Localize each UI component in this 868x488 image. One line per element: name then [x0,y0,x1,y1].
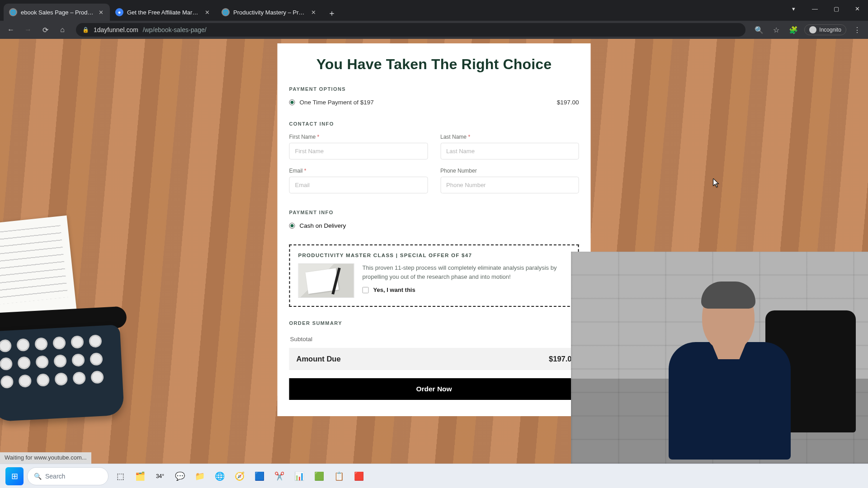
maximize-icon[interactable]: ▢ [826,0,847,17]
payment-info-heading: PAYMENT INFO [289,210,579,215]
radio-icon [289,99,295,105]
window-close-icon[interactable]: ✕ [847,0,868,17]
task-view-icon[interactable]: ⬚ [112,468,128,484]
notes-icon[interactable]: 📋 [331,468,347,484]
chrome-icon[interactable]: 🌐 [212,468,228,484]
close-icon[interactable]: ✕ [310,9,317,16]
incognito-badge[interactable]: Incognito [804,24,846,35]
minimize-icon[interactable]: ― [804,0,826,17]
site-icon: ● [115,8,123,16]
url-path: /wp/ebook-sales-page/ [143,26,207,33]
page-title: You Have Taken The Right Choice [289,56,579,73]
camtasia-icon[interactable]: 🟥 [351,468,367,484]
offer-checkbox[interactable]: Yes, I want this [363,286,570,293]
menu-icon[interactable]: ⋮ [851,23,863,36]
phone-input[interactable] [440,177,579,193]
decorative-typewriter [0,238,145,427]
skype-icon[interactable]: 🟦 [251,468,268,484]
last-name-input[interactable] [440,143,579,160]
payment-options-heading: PAYMENT OPTIONS [289,86,579,92]
lock-icon: 🔒 [82,27,89,33]
reload-button[interactable]: ⟳ [39,23,52,36]
first-name-label: First Name * [289,134,428,140]
close-icon[interactable]: ✕ [203,9,211,16]
amount-due-label: Amount Due [297,355,341,363]
offer-thumbnail [298,263,354,298]
phone-label: Phone Number [440,168,579,174]
weather-icon[interactable]: 34° [152,468,168,484]
checkbox-icon [363,287,369,293]
payment-option-price: $197.00 [557,99,579,106]
checkout-card: You Have Taken The Right Choice PAYMENT … [278,43,591,416]
excel-icon[interactable]: 📊 [291,468,307,484]
browser-toolbar: ← → ⟳ ⌂ 🔒 1dayfunnel.com/wp/ebook-sales-… [0,21,868,39]
webcam-overlay [571,252,868,464]
offer-description: This proven 11-step process will complet… [363,263,570,281]
last-name-label: Last Name * [440,134,579,140]
close-icon[interactable]: ✕ [97,9,104,16]
browser-status-text: Waiting for www.youtube.com... [0,452,91,464]
order-summary-heading: ORDER SUMMARY [289,320,579,326]
url-domain: 1dayfunnel.com [94,26,138,33]
edge-icon[interactable]: 🧭 [231,468,248,484]
start-button[interactable]: ⊞ [5,467,24,485]
tab-3[interactable]: 🌐 Productivity Mastery – Producti ✕ [216,4,322,21]
amount-due-value: $197.0 [549,355,571,363]
email-label: Email * [289,168,428,174]
offer-title: PRODUCTIVITY MASTER CLASS | SPECIAL OFFE… [298,253,570,258]
chevron-down-icon[interactable]: ▾ [783,0,804,17]
home-button[interactable]: ⌂ [56,23,69,36]
subtotal-label: Subtotal [290,336,313,343]
search-icon: 🔍 [34,473,42,480]
tab-1-label: ebook Sales Page – Productivity [21,9,94,16]
incognito-icon [809,26,816,33]
back-button[interactable]: ← [5,23,17,36]
address-bar[interactable]: 🔒 1dayfunnel.com/wp/ebook-sales-page/ [76,23,745,37]
browser-tab-strip: 🌐 ebook Sales Page – Productivity ✕ ● Ge… [0,0,868,21]
file-explorer-icon[interactable]: 🗂️ [132,468,148,484]
forward-button[interactable]: → [22,23,34,36]
tab-3-label: Productivity Mastery – Producti [233,9,306,16]
tab-2[interactable]: ● Get the Free Affiliate Marketing ✕ [110,4,216,21]
globe-icon: 🌐 [222,8,230,16]
page-viewport: You Have Taken The Right Choice PAYMENT … [0,39,868,464]
payment-option-radio[interactable]: One Time Payment of $197 [289,99,374,106]
globe-icon: 🌐 [9,8,17,16]
contact-info-heading: CONTACT INFO [289,121,579,127]
first-name-input[interactable] [289,143,428,160]
bookmark-icon[interactable]: ☆ [770,23,783,36]
extensions-icon[interactable]: 🧩 [787,23,800,36]
zoom-icon[interactable]: 🔍 [753,23,765,36]
windows-taskbar: ⊞ 🔍 Search ⬚ 🗂️ 34° 💬 📁 🌐 🧭 🟦 ✂️ 📊 🟩 📋 🟥 [0,464,868,488]
special-offer-box: PRODUCTIVITY MASTER CLASS | SPECIAL OFFE… [289,244,579,307]
email-input[interactable] [289,177,428,193]
taskbar-search[interactable]: 🔍 Search [27,467,108,485]
new-tab-button[interactable]: ＋ [322,5,341,21]
snip-icon[interactable]: ✂️ [271,468,288,484]
offer-checkbox-label: Yes, I want this [373,286,415,293]
taskbar-search-placeholder: Search [45,473,65,480]
radio-icon [289,223,295,229]
tab-2-label: Get the Free Affiliate Marketing [127,9,200,16]
payment-method-radio[interactable]: Cash on Delivery [289,222,579,229]
payment-option-text: One Time Payment of $197 [300,99,374,106]
payment-method-text: Cash on Delivery [300,222,346,229]
folder-icon[interactable]: 📁 [192,468,208,484]
incognito-label: Incognito [819,27,841,33]
app-icon[interactable]: 🟩 [311,468,327,484]
tab-1[interactable]: 🌐 ebook Sales Page – Productivity ✕ [4,4,110,21]
order-now-button[interactable]: Order Now [289,378,579,400]
teams-icon[interactable]: 💬 [172,468,188,484]
